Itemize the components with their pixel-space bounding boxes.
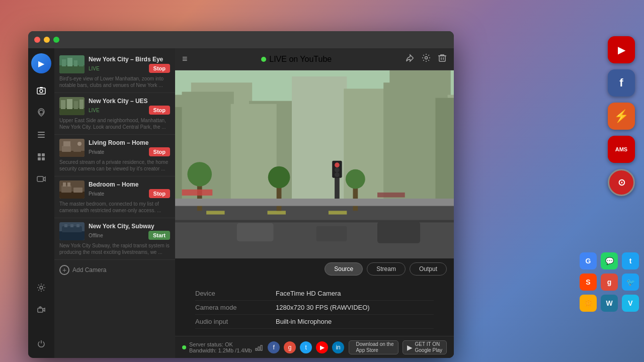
share-icon[interactable] (406, 53, 415, 65)
camera-mode-row: Camera mode 644x362 30 FPS (RAWVIDEO) (195, 301, 434, 315)
camera-status-bedroom: Private (89, 191, 104, 197)
store-buttons: Download on the App Store ▶ GET IT ON Go… (349, 340, 447, 354)
s-mini-icon[interactable]: S (580, 274, 597, 291)
sidebar-nav: ▶ (28, 48, 54, 358)
app-store-button[interactable]: Download on the App Store (349, 340, 398, 354)
mini-icons-group: G 💬 t S g 🐦 🔆 W V (580, 252, 639, 312)
facebook-desktop-icon[interactable]: f (608, 69, 635, 97)
tw-mini-icon[interactable]: 🐦 (622, 274, 639, 291)
svg-rect-11 (37, 176, 43, 182)
t-mini-icon[interactable]: t (622, 252, 639, 269)
v-mini-icon[interactable]: V (622, 295, 639, 312)
svg-rect-64 (268, 211, 286, 214)
sidebar-item-plus[interactable] (32, 301, 50, 319)
svg-rect-75 (182, 190, 213, 196)
camera-item-subway[interactable]: New York City, Subway Offline Start New … (54, 218, 175, 260)
camera-stop-nyc-birds[interactable]: Stop (149, 64, 170, 73)
device-value: FaceTime HD Camera (276, 290, 341, 297)
social-linkedin[interactable]: in (332, 341, 344, 353)
ams-desktop-icon[interactable]: AMS (608, 136, 635, 163)
svg-rect-23 (67, 99, 72, 109)
camera-item-bedroom[interactable]: Bedroom – Home Private Stop The master b… (54, 176, 175, 218)
g-mini-icon[interactable]: G (580, 252, 597, 269)
device-row: Device FaceTime HD Camera (195, 287, 434, 301)
youtube-desktop-icon[interactable]: ▶ (608, 36, 635, 63)
sidebar-item-power[interactable] (32, 335, 50, 353)
social-youtube[interactable]: ▶ (316, 341, 328, 353)
desktop: ▶ f ⚡ AMS ⊙ G 💬 t S g 🐦 🔆 W V (0, 0, 644, 362)
svg-rect-7 (38, 153, 41, 156)
sidebar-item-map[interactable] (32, 104, 50, 122)
svg-point-80 (335, 167, 340, 172)
camera-start-subway[interactable]: Start (148, 231, 170, 240)
camera-stop-living[interactable]: Stop (149, 147, 170, 156)
camera-info-ues: New York City – UES LIVE Stop (89, 98, 170, 115)
svg-rect-37 (67, 183, 70, 187)
social-google[interactable]: g (284, 341, 296, 353)
camera-desc-ues: Upper East Side and neighborhood, Manhat… (59, 117, 170, 130)
camera-name-ues: New York City – UES (89, 98, 170, 105)
camera-stop-ues[interactable]: Stop (149, 106, 170, 115)
svg-point-3 (39, 110, 43, 114)
thunder-desktop-icon[interactable]: ⚡ (608, 103, 635, 130)
maximize-button[interactable] (53, 37, 59, 43)
camera-info-nyc-birds: New York City – Birds Eye LIVE Stop (89, 56, 170, 73)
svg-point-72 (268, 166, 290, 189)
tab-stream[interactable]: Stream (367, 262, 406, 276)
settings-icon[interactable] (422, 53, 431, 65)
camera-thumb-nyc-birds (59, 55, 85, 73)
svg-rect-41 (64, 224, 67, 227)
chat-mini-icon[interactable]: 💬 (601, 252, 618, 269)
svg-rect-35 (73, 188, 83, 193)
camera-stop-bedroom[interactable]: Stop (149, 189, 170, 198)
sidebar-item-cameras[interactable] (32, 81, 50, 100)
svg-point-74 (346, 169, 365, 189)
app-logo[interactable]: ▶ (31, 53, 51, 73)
google-play-button[interactable]: ▶ GET IT ON Google Play (403, 340, 447, 354)
camera-list-panel: New York City – Birds Eye LIVE Stop Bird… (54, 48, 175, 358)
add-camera-button[interactable]: + Add Camera (54, 260, 175, 280)
menu-icon[interactable]: ≡ (182, 54, 188, 64)
svg-rect-76 (377, 193, 405, 198)
minimize-button[interactable] (44, 37, 50, 43)
delete-icon[interactable] (438, 53, 447, 65)
sidebar-item-grid[interactable] (32, 148, 50, 166)
wp-mini-icon[interactable]: W (601, 295, 618, 312)
live-dot (261, 57, 266, 62)
svg-rect-39 (59, 231, 85, 240)
svg-rect-17 (67, 58, 72, 66)
svg-rect-30 (73, 147, 81, 152)
audio-input-value: Built-in Microphone (276, 318, 332, 325)
svg-rect-2 (40, 87, 43, 88)
social-facebook[interactable]: f (268, 341, 280, 353)
svg-rect-15 (59, 65, 85, 73)
camera-info-subway: New York City, Subway Offline Start (89, 223, 170, 240)
social-twitter[interactable]: t (300, 341, 312, 353)
server-status: Server status: OK Bandwidth: 1.2Mb /1.4M… (182, 341, 263, 353)
close-button[interactable] (34, 37, 40, 43)
5-desktop-icon[interactable]: ⊙ (608, 169, 635, 196)
top-bar-actions (406, 53, 447, 65)
g2-mini-icon[interactable]: g (601, 274, 618, 291)
camera-item-living-room[interactable]: Living Room – Home Private Stop Secured … (54, 135, 175, 176)
tab-output[interactable]: Output (410, 262, 447, 276)
device-label: Device (195, 290, 276, 297)
tab-source[interactable]: Source (325, 262, 363, 276)
svg-rect-45 (439, 56, 445, 61)
footer: Server status: OK Bandwidth: 1.2Mb /1.4M… (175, 336, 454, 358)
camera-thumb-ues (59, 97, 85, 115)
svg-point-1 (40, 89, 43, 93)
google-play-icon: ▶ (407, 343, 413, 351)
svg-rect-4 (38, 132, 45, 133)
google-play-top-text: GET IT ON (415, 341, 442, 347)
camera-item-nyc-ues[interactable]: New York City – UES LIVE Stop Upper East… (54, 93, 175, 135)
sidebar-item-video[interactable] (32, 170, 50, 188)
sidebar-item-list[interactable] (32, 126, 50, 144)
svg-point-12 (40, 286, 43, 289)
camera-item-nyc-birds[interactable]: New York City – Birds Eye LIVE Stop Bird… (54, 51, 175, 93)
camera-desc-bedroom: The master bedroom, connected to my list… (59, 201, 170, 214)
svg-rect-67 (316, 226, 347, 241)
y-mini-icon[interactable]: 🔆 (580, 295, 597, 312)
sidebar-item-settings[interactable] (32, 279, 50, 297)
camera-mode-value: 644x362 30 FPS (RAWVIDEO) (276, 304, 370, 311)
